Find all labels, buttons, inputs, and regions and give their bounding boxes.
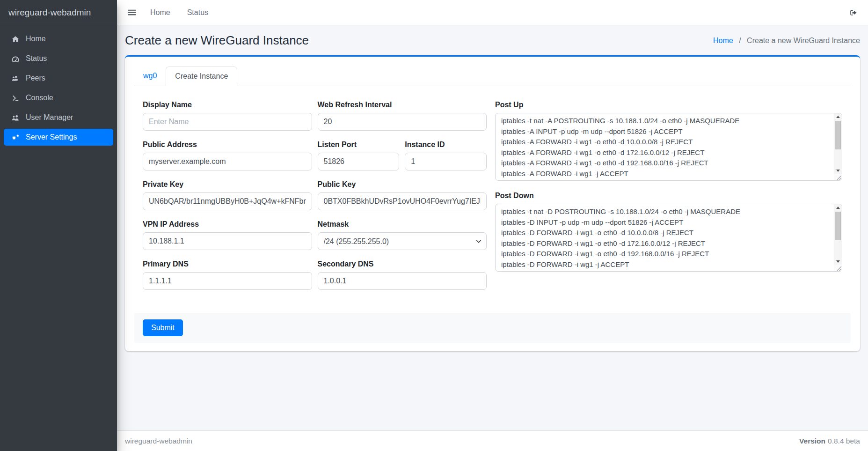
primary-dns-label: Primary DNS [143,260,312,268]
users-icon [10,114,21,122]
web-refresh-interval-field[interactable] [318,113,487,131]
post-down-text[interactable]: iptables -t nat -D POSTROUTING -s 10.188… [496,204,834,271]
post-up-text[interactable]: iptables -t nat -A POSTROUTING -s 10.188… [496,113,834,180]
version-value: 0.8.4 beta [828,437,860,445]
web-refresh-interval-label: Web Refresh Interval [318,101,487,109]
form-left-columns: Display Name Web Refresh Interval [143,101,487,300]
page-title: Create a new WireGuard Instance [125,33,309,48]
netmask-select[interactable]: /24 (255.255.255.0) [318,232,487,250]
post-down-label: Post Down [495,192,842,200]
primary-dns-field[interactable] [143,272,312,290]
content-area: Create a new WireGuard Instance Home / C… [117,25,868,430]
sidebar-item-label: Status [26,54,47,63]
breadcrumb-separator: / [739,37,741,44]
post-down-textarea[interactable]: iptables -t nat -D POSTROUTING -s 10.188… [495,204,842,272]
scroll-up-button[interactable] [834,113,842,120]
sidebar-item-label: Server Settings [26,133,77,141]
main-area: Home Status Create a new WireGuard Insta… [117,0,868,451]
breadcrumb-current: Create a new WireGuard Instance [747,37,860,44]
public-address-label: Public Address [143,140,312,149]
breadcrumb: Home / Create a new WireGuard Instance [713,37,860,45]
content-header: Create a new WireGuard Instance Home / C… [117,25,868,55]
scroll-up-button[interactable] [834,204,842,211]
listen-port-field[interactable] [318,153,400,170]
post-up-label: Post Up [495,101,842,109]
gears-icon [10,133,21,141]
scroll-down-button[interactable] [834,258,842,265]
gauge-icon [10,55,21,63]
instance-id-field[interactable] [405,153,487,170]
hamburger-icon[interactable] [127,8,137,17]
page-footer: wireguard-webadmin Version0.8.4 beta [117,430,868,451]
vpn-ip-label: VPN IP Address [143,220,312,229]
scrollbar-track[interactable] [834,120,842,167]
breadcrumb-home-link[interactable]: Home [713,37,733,44]
resize-grip[interactable] [834,174,842,180]
version-label: Version [799,437,825,445]
public-key-label: Public Key [318,180,487,189]
sidebar-item-status[interactable]: Status [4,50,113,67]
home-icon [10,35,21,43]
tab-create-instance[interactable]: Create Instance [166,67,237,86]
footer-brand: wireguard-webadmin [125,437,192,445]
sidebar-item-label: User Manager [26,113,73,122]
vpn-ip-field[interactable] [143,232,312,250]
sidebar-item-console[interactable]: Console [4,89,113,106]
instance-id-label: Instance ID [405,140,487,149]
display-name-field[interactable] [143,113,312,131]
sidebar-item-label: Home [26,35,46,43]
form-right-columns: Post Up iptables -t nat -A POSTROUTING -… [495,101,842,300]
tab-wg0[interactable]: wg0 [134,67,166,86]
public-address-field[interactable] [143,153,312,170]
display-name-label: Display Name [143,101,312,109]
instance-tabs: wg0 Create Instance [134,67,851,86]
scrollbar-track[interactable] [834,211,842,258]
resize-grip[interactable] [834,265,842,271]
users-gear-icon [10,74,21,82]
submit-button[interactable]: Submit [143,319,183,336]
create-instance-form: Display Name Web Refresh Interval [134,86,851,300]
post-up-textarea[interactable]: iptables -t nat -A POSTROUTING -s 10.188… [495,113,842,181]
terminal-icon [10,94,21,102]
sidebar-brand[interactable]: wireguard-webadmin [0,0,117,25]
netmask-label: Netmask [318,220,487,229]
secondary-dns-field[interactable] [318,272,487,290]
scrollbar-thumb[interactable] [835,212,841,240]
topnav-link-status[interactable]: Status [187,8,208,17]
sidebar-item-user-manager[interactable]: User Manager [4,109,113,126]
post-down-scrollbar [834,204,842,271]
topnav-link-home[interactable]: Home [150,8,170,17]
sidebar-nav: Home Status Peers Console User Manager S… [0,25,117,154]
form-actions: Submit [134,313,851,343]
public-key-field[interactable] [318,192,487,210]
sidebar-item-label: Peers [26,74,45,82]
sidebar-item-server-settings[interactable]: Server Settings [4,129,113,146]
private-key-label: Private Key [143,180,312,189]
sidebar-item-label: Console [26,94,53,102]
top-navbar: Home Status [117,0,868,25]
private-key-field[interactable] [143,192,312,210]
listen-port-label: Listen Port [318,140,400,149]
app-window: wireguard-webadmin Home Status Peers Con… [0,0,868,451]
sign-out-icon[interactable] [849,8,858,17]
instance-card: wg0 Create Instance Display Name [125,55,860,351]
post-up-scrollbar [834,113,842,180]
sidebar: wireguard-webadmin Home Status Peers Con… [0,0,117,451]
secondary-dns-label: Secondary DNS [318,260,487,268]
scrollbar-thumb[interactable] [835,121,841,149]
scroll-down-button[interactable] [834,167,842,174]
sidebar-item-peers[interactable]: Peers [4,70,113,87]
footer-version: Version0.8.4 beta [799,437,860,445]
sidebar-item-home[interactable]: Home [4,30,113,47]
